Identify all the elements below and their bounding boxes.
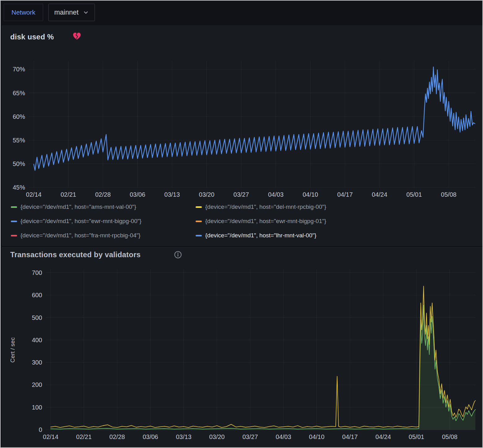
svg-text:05/08: 05/08 [441, 191, 456, 198]
panel-transactions: Transactions executed by validators Cert… [2, 247, 482, 447]
series-color-dash [196, 221, 202, 222]
chevron-down-icon [83, 9, 89, 16]
svg-text:04/10: 04/10 [303, 191, 318, 198]
panel-disk-used: disk used % 45%50%55%60%65%70%02/1402/21… [2, 25, 482, 246]
svg-text:50%: 50% [13, 160, 25, 167]
svg-text:03/20: 03/20 [199, 191, 215, 198]
svg-text:02/28: 02/28 [109, 433, 125, 440]
svg-text:04/24: 04/24 [372, 191, 387, 198]
svg-text:0: 0 [39, 426, 42, 433]
svg-text:04/10: 04/10 [309, 433, 325, 440]
legend-item-lhr-mnt-val-00[interactable]: {device="/dev/md1", host="lhr-mnt-val-00… [196, 231, 326, 240]
svg-text:200: 200 [32, 381, 42, 388]
series-color-dash [196, 235, 202, 236]
svg-text:03/27: 03/27 [242, 433, 258, 440]
svg-text:03/20: 03/20 [209, 433, 225, 440]
legend-label: {device="/dev/md1", host="ams-mnt-val-00… [20, 204, 136, 210]
disk-used-chart[interactable]: 45%50%55%60%65%70%02/1402/2102/2803/0603… [5, 53, 480, 201]
grafana-dashboard: { "variables": { "label": "Network", "va… [0, 0, 483, 448]
network-variable-value: mainnet [54, 8, 78, 16]
svg-text:02/14: 02/14 [26, 191, 42, 198]
svg-text:700: 700 [32, 269, 42, 276]
legend-item-del-mnt-rpcbig-00[interactable]: {device="/dev/md1", host="del-mnt-rpcbig… [196, 202, 326, 212]
panel-tx-title: Transactions executed by validators [10, 250, 141, 259]
tx-y-axis-label: Cert / sec [9, 337, 16, 362]
svg-text:04/03: 04/03 [268, 191, 284, 198]
broken-heart-alert-icon [72, 31, 82, 41]
svg-text:400: 400 [32, 337, 42, 343]
series-color-dash [11, 206, 17, 208]
legend-label: {device="/dev/md1", host="ewr-mnt-bigpg-… [20, 218, 141, 225]
svg-text:02/14: 02/14 [43, 433, 58, 440]
legend-item-fra-mnt-rpcbig-04[interactable]: {device="/dev/md1", host="fra-mnt-rpcbig… [11, 231, 196, 240]
dashboard-toolbar: Network mainnet [1, 1, 482, 25]
legend-item-ewr-mnt-bigpg-00[interactable]: {device="/dev/md1", host="ewr-mnt-bigpg-… [11, 216, 196, 226]
svg-text:03/27: 03/27 [233, 191, 249, 198]
svg-text:300: 300 [32, 359, 42, 366]
svg-text:02/21: 02/21 [76, 433, 92, 440]
svg-text:03/06: 03/06 [130, 191, 145, 198]
svg-text:65%: 65% [13, 90, 25, 96]
svg-text:04/24: 04/24 [375, 433, 391, 440]
svg-text:04/03: 04/03 [276, 433, 291, 440]
disk-used-legend: {device="/dev/md1", host="ams-mnt-val-00… [11, 202, 326, 240]
series-color-dash [11, 221, 17, 222]
svg-text:600: 600 [32, 292, 42, 298]
svg-text:55%: 55% [13, 137, 25, 144]
legend-item-ams-mnt-val-00[interactable]: {device="/dev/md1", host="ams-mnt-val-00… [11, 202, 196, 212]
series-color-dash [196, 206, 202, 208]
svg-text:70%: 70% [13, 66, 25, 73]
svg-text:03/06: 03/06 [143, 433, 158, 440]
legend-label: {device="/dev/md1", host="lhr-mnt-val-00… [205, 232, 317, 239]
network-variable-label: Network [4, 4, 43, 21]
info-icon[interactable] [174, 250, 182, 259]
svg-text:60%: 60% [13, 113, 25, 120]
panel-disk-title: disk used % [10, 33, 54, 41]
svg-text:03/13: 03/13 [176, 433, 191, 440]
svg-text:05/01: 05/01 [406, 191, 422, 198]
svg-text:02/21: 02/21 [60, 191, 76, 198]
svg-text:45%: 45% [13, 184, 25, 191]
svg-text:500: 500 [32, 314, 42, 321]
legend-label: {device="/dev/md1", host="ewr-mnt-bigpg-… [205, 218, 326, 225]
legend-label: {device="/dev/md1", host="fra-mnt-rpcbig… [20, 232, 140, 239]
network-variable-select[interactable]: mainnet [48, 4, 95, 21]
svg-text:04/17: 04/17 [342, 433, 358, 440]
legend-label: {device="/dev/md1", host="del-mnt-rpcbig… [205, 204, 326, 210]
svg-text:05/08: 05/08 [442, 433, 458, 440]
series-color-dash [11, 235, 17, 236]
svg-text:05/01: 05/01 [409, 433, 424, 440]
transactions-chart[interactable]: 010020030040050060070002/1402/2102/2803/… [20, 265, 481, 447]
svg-text:04/17: 04/17 [337, 191, 353, 198]
legend-item-ewr-mnt-bigpg-01[interactable]: {device="/dev/md1", host="ewr-mnt-bigpg-… [196, 216, 326, 226]
svg-text:03/13: 03/13 [164, 191, 180, 198]
svg-text:100: 100 [32, 404, 42, 411]
svg-text:02/28: 02/28 [95, 191, 111, 198]
